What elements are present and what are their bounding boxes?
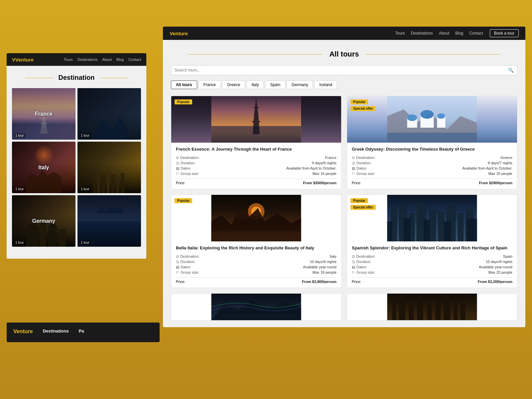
detail-destination-spain: ⊙ Destination: Spain <box>352 254 512 259</box>
tour-card-body-greece: Greek Odyssey: Discovering the Timeless … <box>347 143 517 189</box>
filter-tab-iceland[interactable]: Iceland <box>314 80 337 89</box>
detail-dates-greece: ▤ Dates: Available from April to October… <box>352 166 512 171</box>
filter-tab-germany[interactable]: Germany <box>287 80 313 89</box>
svg-point-38 <box>437 113 445 119</box>
dest-card-italy[interactable]: Italy 1 tour <box>12 142 75 193</box>
tours-grid: Popular French Essence: A Journey Throug… <box>171 96 517 288</box>
destination-icon: ⊙ <box>176 156 179 160</box>
right-panel: Venture Tours Destinations About Blog Co… <box>163 27 525 327</box>
filter-tab-all[interactable]: All tours <box>171 80 197 89</box>
svg-rect-14 <box>121 173 124 193</box>
svg-rect-27 <box>254 107 259 108</box>
dates-icon-italy: ▤ <box>176 265 179 269</box>
dest-card-city[interactable]: 1 tour <box>77 142 141 193</box>
footer-col-title-pages: Pa <box>79 329 84 333</box>
bottom-tours-grid <box>171 293 517 321</box>
value-dest-spain: Spain <box>503 254 512 258</box>
dest-count-city: 1 tour <box>79 187 91 191</box>
filter-tab-italy[interactable]: Italy <box>246 80 264 89</box>
tour-card-img-iceland <box>171 294 341 320</box>
svg-marker-3 <box>40 128 48 134</box>
price-label-spain: Price: <box>352 280 361 284</box>
right-nav-tours[interactable]: Tours <box>395 31 405 36</box>
tour-card-france[interactable]: Popular French Essence: A Journey Throug… <box>171 96 341 189</box>
tours-title-wrapper: All tours <box>171 50 517 59</box>
left-nav-blog[interactable]: Blog <box>116 58 124 62</box>
dest-count-lake: 1 tour <box>79 240 91 245</box>
detail-duration-italy: ◷ Duration: 10 days/9 nights <box>176 260 336 264</box>
svg-rect-70 <box>392 300 396 320</box>
detail-dates-spain: ▤ Dates: Available year-round <box>352 265 512 269</box>
footer-panel: Venture Destinations Pa <box>7 323 160 342</box>
svg-rect-62 <box>387 221 392 241</box>
right-brand: Venture <box>170 31 188 36</box>
tour-card-germany-bottom[interactable] <box>347 293 517 321</box>
price-label-italy: Price: <box>176 280 185 284</box>
search-input[interactable] <box>175 68 508 72</box>
badge-popular-italy: Popular <box>175 198 192 203</box>
right-navbar: Venture Tours Destinations About Blog Co… <box>163 27 525 40</box>
badge-popular-france: Popular <box>175 99 192 104</box>
price-row-italy: Price: From $3,800/person <box>176 277 336 284</box>
label-grp-spain: ⚐ Group size: <box>352 270 375 275</box>
tour-card-img-france: Popular <box>171 96 341 143</box>
detail-duration-france: ◷ Duration: 9 days/9 nights <box>176 161 336 165</box>
tour-details-italy: ⊙ Destination: Italy ◷ Duration: 10 days… <box>176 254 336 275</box>
badge-popular-greece: Popular <box>350 99 368 104</box>
dest-card-france[interactable]: France 1 tour <box>12 88 75 140</box>
tour-card-iceland-bottom[interactable] <box>171 293 341 321</box>
right-nav-about[interactable]: About <box>439 31 449 36</box>
tour-card-greece[interactable]: Popular Special offer Greek Odyssey: Dis… <box>347 96 517 189</box>
dest-label-italy: Italy <box>38 165 49 171</box>
left-nav-about[interactable]: About <box>102 58 112 62</box>
right-nav-blog[interactable]: Blog <box>455 31 463 36</box>
search-bar: 🔍 <box>171 65 517 75</box>
dest-card-lake[interactable]: 1 tour <box>77 195 141 247</box>
price-value-france: From $3500/person <box>303 181 336 185</box>
tours-content: All tours 🔍 All tours France Greece Ital… <box>163 40 525 327</box>
dates-icon-greece: ▤ <box>352 166 355 171</box>
dur-icon-italy: ◷ <box>176 260 179 264</box>
tour-details-greece: ⊙ Destination: Greece ◷ Duration: 8 days… <box>352 156 512 176</box>
value-dates-france: Available from April to October. <box>286 166 336 170</box>
badge-special-spain: Special offer <box>350 205 376 210</box>
right-nav-contact[interactable]: Contact <box>469 31 483 36</box>
tour-card-italy[interactable]: Popular Bella Italia: Exploring the Rich… <box>171 195 341 288</box>
left-brand: VVenture <box>12 57 34 63</box>
svg-rect-75 <box>417 300 423 320</box>
label-dur-italy: ◷ Duration: <box>176 260 196 264</box>
filter-tab-france[interactable]: France <box>199 80 221 89</box>
svg-rect-56 <box>429 210 436 241</box>
book-tour-button[interactable]: Book a tour <box>490 29 519 37</box>
label-dates-greece: ▤ Dates: <box>352 166 367 171</box>
detail-destination-france: ⊙ Destination: France <box>176 156 336 160</box>
tour-title-greece: Greek Odyssey: Discovering the Timeless … <box>352 147 512 152</box>
label-destination: ⊙ Destination: <box>176 156 200 160</box>
svg-marker-7 <box>26 170 62 193</box>
left-nav-destinations[interactable]: Destinations <box>77 58 98 62</box>
filter-tab-spain[interactable]: Spain <box>265 80 285 89</box>
svg-rect-2 <box>41 127 47 128</box>
dest-count-iceland-small: 1 tour <box>79 133 91 138</box>
svg-rect-17 <box>40 224 47 247</box>
svg-marker-22 <box>96 206 123 213</box>
left-nav-tours[interactable]: Tours <box>64 58 73 62</box>
svg-rect-78 <box>436 300 441 320</box>
dest-icon-spain: ⊙ <box>352 254 355 259</box>
dest-card-iceland-small[interactable]: 1 tour <box>77 88 141 140</box>
value-grp-greece: Max 20 people <box>488 172 512 176</box>
right-nav-destinations[interactable]: Destinations <box>411 31 433 36</box>
detail-dates-italy: ▤ Dates: Available year-round <box>176 265 336 269</box>
tour-details-spain: ⊙ Destination: Spain ◷ Duration: 10 days… <box>352 254 512 275</box>
tour-details-france: ⊙ Destination: France ◷ Duration: 9 days… <box>176 156 336 176</box>
svg-rect-77 <box>427 302 432 320</box>
svg-rect-79 <box>444 299 451 320</box>
value-dur-greece: 8 days/7 nights <box>488 161 512 165</box>
left-nav-contact[interactable]: Contact <box>128 58 141 62</box>
right-brand-v: V <box>170 31 173 36</box>
dest-card-germany[interactable]: Germany 1 tour <box>12 195 75 247</box>
filter-tab-greece[interactable]: Greece <box>222 80 245 89</box>
label-grp-italy: ⚐ Group size: <box>176 270 199 275</box>
value-dest-greece: Greece <box>500 156 512 160</box>
tour-card-spain[interactable]: Popular Special offer Spanish Splendor: … <box>347 195 517 288</box>
